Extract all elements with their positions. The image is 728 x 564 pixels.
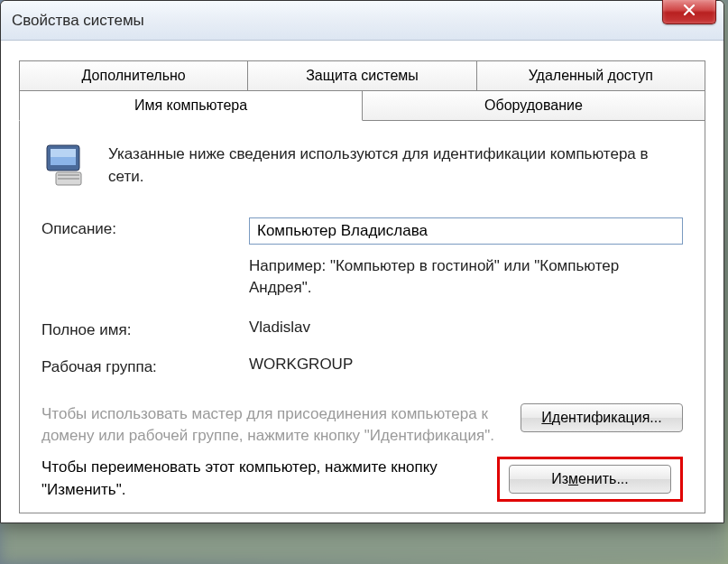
tab-row-upper: Дополнительно Защита системы Удаленный д… (19, 60, 705, 91)
identify-help-text: Чтобы использовать мастер для присоедине… (41, 403, 502, 448)
highlight-annotation: Изменить... (497, 457, 683, 502)
intro-text: Указанные ниже сведения используются для… (108, 140, 683, 188)
fullname-label: Полное имя: (41, 319, 249, 339)
close-icon (683, 4, 696, 19)
tab-advanced[interactable]: Дополнительно (19, 60, 248, 91)
dialog-content: Дополнительно Защита системы Удаленный д… (1, 41, 723, 522)
tab-row-lower: Имя компьютера Оборудование (19, 90, 705, 121)
identify-button[interactable]: Идентификация... (521, 403, 683, 432)
tab-hardware[interactable]: Оборудование (363, 90, 705, 121)
workgroup-value: WORKGROUP (249, 356, 683, 374)
window-title: Свойства системы (12, 12, 144, 30)
workgroup-label: Рабочая группа: (41, 356, 249, 376)
tab-computer-name[interactable]: Имя компьютера (19, 90, 363, 121)
description-hint: Например: "Компьютер в гостиной" или "Ко… (249, 255, 683, 299)
tab-system-protection[interactable]: Защита системы (248, 60, 476, 91)
close-button[interactable] (662, 0, 716, 24)
svg-rect-2 (51, 149, 76, 157)
svg-rect-5 (58, 178, 79, 180)
tab-remote-access[interactable]: Удаленный доступ (477, 60, 705, 91)
description-input[interactable] (249, 217, 683, 245)
change-help-text: Чтобы переименовать этот компьютер, нажм… (41, 457, 479, 501)
system-properties-window: Свойства системы Дополнительно Защита си… (0, 0, 724, 523)
svg-rect-4 (58, 174, 79, 176)
description-label: Описание: (41, 217, 249, 238)
identify-button-rest: дентификация... (552, 410, 662, 425)
tab-panel-computer-name: Указанные ниже сведения используются для… (19, 120, 705, 513)
computer-icon (41, 140, 92, 190)
change-button[interactable]: Изменить... (509, 465, 671, 494)
fullname-value: Vladislav (249, 319, 683, 337)
titlebar[interactable]: Свойства системы (1, 1, 723, 41)
